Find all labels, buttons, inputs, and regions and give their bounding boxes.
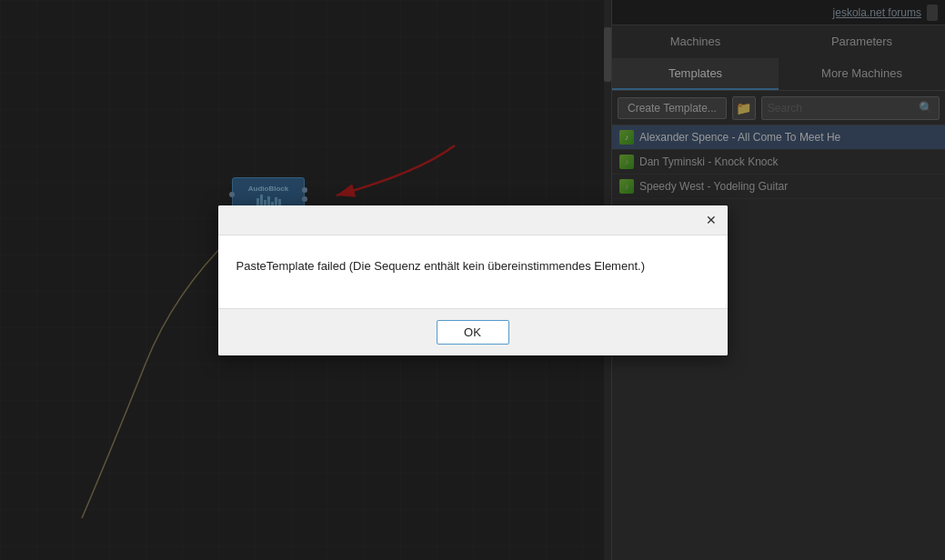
modal-footer: OK [218, 308, 728, 355]
modal-body: PasteTemplate failed (Die Sequenz enthäl… [218, 235, 728, 308]
error-dialog: ✕ PasteTemplate failed (Die Sequenz enth… [218, 205, 728, 355]
close-icon: ✕ [706, 213, 717, 227]
modal-overlay: ✕ PasteTemplate failed (Die Sequenz enth… [0, 0, 945, 560]
modal-close-button[interactable]: ✕ [702, 211, 720, 229]
modal-titlebar: ✕ [218, 205, 728, 235]
modal-message: PasteTemplate failed (Die Sequenz enthäl… [236, 257, 709, 275]
modal-ok-button[interactable]: OK [437, 320, 509, 345]
